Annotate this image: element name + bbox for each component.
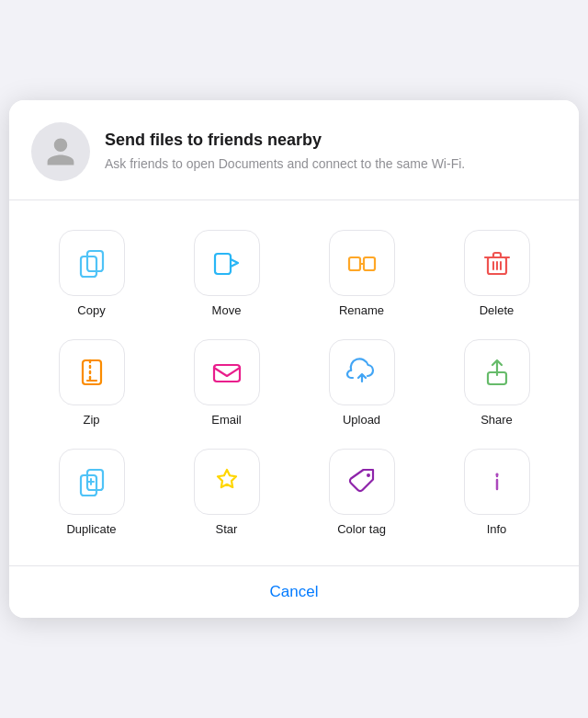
action-share-label: Share — [481, 413, 513, 427]
action-star[interactable]: Star — [159, 438, 294, 547]
share-icon — [481, 356, 514, 389]
info-icon — [481, 465, 514, 498]
svg-rect-9 — [87, 470, 103, 490]
delete-icon — [481, 246, 514, 279]
action-color-tag[interactable]: Color tag — [294, 438, 429, 547]
action-move[interactable]: Move — [159, 219, 294, 328]
action-rename-label: Rename — [339, 303, 384, 317]
action-copy-label: Copy — [77, 303, 105, 317]
action-upload[interactable]: Upload — [294, 328, 429, 438]
color-tag-icon — [345, 465, 379, 498]
action-duplicate-label: Duplicate — [66, 522, 116, 536]
avatar — [31, 122, 90, 181]
action-zip[interactable]: Zip — [24, 328, 159, 438]
zip-icon — [75, 356, 108, 389]
svg-point-12 — [495, 473, 498, 476]
action-share[interactable]: Share — [429, 328, 564, 438]
actions-grid: Copy Move Rename — [9, 200, 579, 565]
action-info[interactable]: Info — [429, 438, 564, 547]
move-icon — [210, 246, 243, 279]
action-color-tag-label: Color tag — [337, 522, 386, 536]
email-icon — [210, 356, 243, 389]
svg-rect-2 — [215, 254, 231, 274]
star-icon — [210, 465, 243, 498]
action-upload-label: Upload — [343, 413, 380, 427]
rename-icon — [345, 246, 379, 279]
svg-rect-7 — [214, 365, 240, 382]
header: Send files to friends nearby Ask friends… — [9, 100, 579, 200]
cancel-button[interactable]: Cancel — [9, 565, 579, 618]
action-copy[interactable]: Copy — [24, 219, 159, 328]
action-email-label: Email — [211, 413, 242, 427]
action-delete[interactable]: Delete — [429, 219, 564, 328]
action-sheet: Send files to friends nearby Ask friends… — [9, 100, 579, 618]
svg-rect-3 — [349, 257, 360, 270]
action-email[interactable]: Email — [159, 328, 294, 438]
action-duplicate[interactable]: Duplicate — [24, 438, 159, 547]
svg-rect-4 — [364, 257, 375, 270]
header-title: Send files to friends nearby — [105, 131, 465, 150]
copy-icon — [75, 246, 108, 279]
header-subtitle: Ask friends to open Documents and connec… — [105, 155, 465, 174]
duplicate-icon — [75, 465, 108, 498]
svg-rect-0 — [87, 251, 103, 271]
action-rename[interactable]: Rename — [294, 219, 429, 328]
action-zip-label: Zip — [83, 413, 99, 427]
svg-point-11 — [367, 473, 370, 477]
action-info-label: Info — [487, 522, 507, 536]
action-move-label: Move — [212, 303, 242, 317]
svg-rect-10 — [81, 475, 96, 496]
header-text: Send files to friends nearby Ask friends… — [105, 131, 465, 174]
upload-icon — [345, 356, 379, 389]
svg-rect-1 — [81, 256, 96, 277]
action-delete-label: Delete — [480, 303, 514, 317]
action-star-label: Star — [216, 522, 238, 536]
